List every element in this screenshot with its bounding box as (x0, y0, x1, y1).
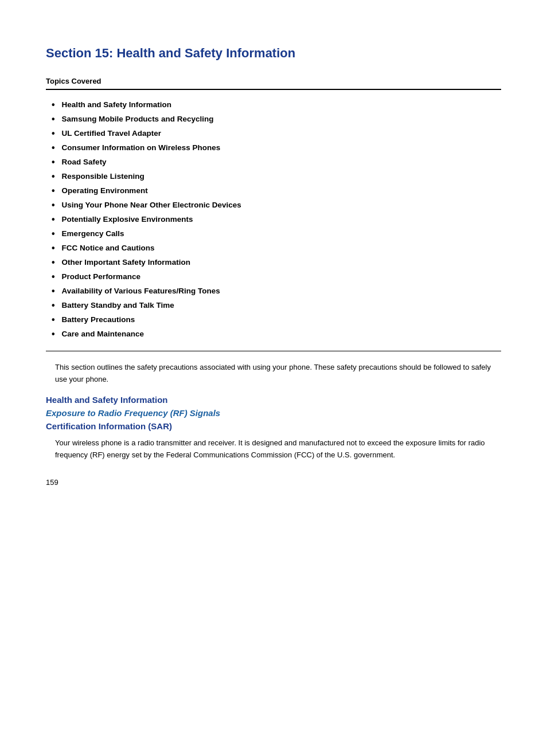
list-item: Operating Environment (52, 186, 501, 196)
list-item: Health and Safety Information (52, 100, 501, 110)
list-item: Battery Precautions (52, 315, 501, 325)
list-item: Using Your Phone Near Other Electronic D… (52, 201, 501, 210)
list-item: Other Important Safety Information (52, 258, 501, 268)
top-divider (46, 89, 501, 90)
list-item: Product Performance (52, 272, 501, 282)
list-item: Potentially Explosive Environments (52, 215, 501, 225)
topics-list: Health and Safety InformationSamsung Mob… (52, 100, 501, 339)
list-item: Responsible Listening (52, 172, 501, 182)
section-title: Section 15: Health and Safety Informatio… (46, 46, 501, 61)
list-item: Road Safety (52, 158, 501, 167)
list-item: Emergency Calls (52, 229, 501, 239)
list-item: Samsung Mobile Products and Recycling (52, 115, 501, 124)
bottom-divider (46, 351, 501, 351)
list-item: Consumer Information on Wireless Phones (52, 143, 501, 153)
health-safety-heading: Health and Safety Information (46, 395, 501, 405)
list-item: FCC Notice and Cautions (52, 244, 501, 253)
rf-signals-heading: Exposure to Radio Frequency (RF) Signals (46, 408, 501, 418)
list-item: UL Certified Travel Adapter (52, 129, 501, 139)
topics-header: Topics Covered (46, 77, 501, 85)
intro-text: This section outlines the safety precaut… (55, 362, 501, 386)
certification-body: Your wireless phone is a radio transmitt… (55, 437, 501, 461)
list-item: Care and Maintenance (52, 330, 501, 339)
certification-heading: Certification Information (SAR) (46, 421, 501, 431)
list-item: Battery Standby and Talk Time (52, 301, 501, 311)
list-item: Availability of Various Features/Ring To… (52, 287, 501, 296)
page-container: Section 15: Health and Safety Informatio… (0, 0, 547, 521)
page-number: 159 (46, 478, 501, 487)
